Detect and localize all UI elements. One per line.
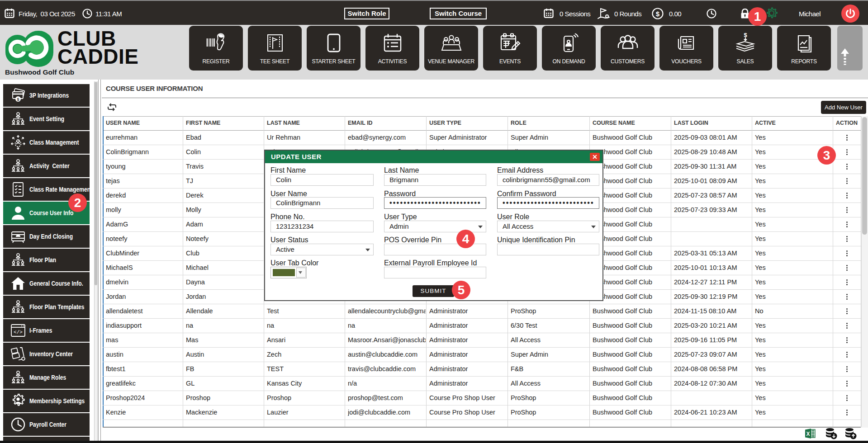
svg-text:$: $: [17, 97, 19, 102]
svg-text:X: X: [806, 431, 810, 437]
svg-text:</>: </>: [14, 330, 23, 335]
svg-text:$: $: [656, 10, 660, 18]
